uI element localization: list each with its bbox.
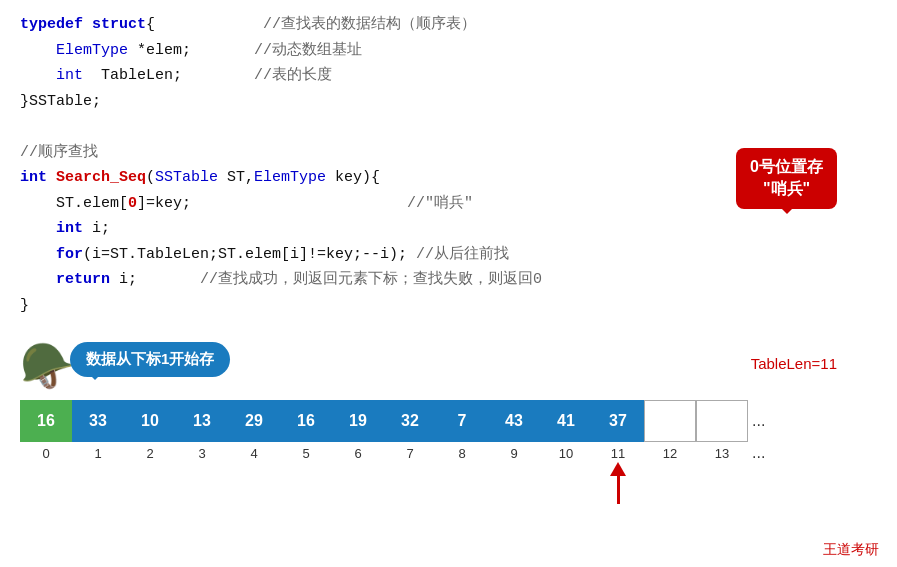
array-cell-5: 16 [280, 400, 332, 442]
watermark: 王道考研 [823, 541, 879, 559]
array-index-4: 4 [228, 446, 280, 461]
arrow-head [610, 462, 626, 476]
array-index-9: 9 [488, 446, 540, 461]
array-index-12: 12 [644, 446, 696, 461]
array-index-10: 10 [540, 446, 592, 461]
array-index-7: 7 [384, 446, 436, 461]
guard-figure: 🪖 [20, 340, 75, 394]
code-line-11: return i; //查找成功，则返回元素下标；查找失败，则返回0 [20, 267, 877, 293]
array-index-11: 11 [592, 446, 644, 461]
code-line-9: int i; [20, 216, 877, 242]
code-line-4: }SSTable; [20, 89, 877, 115]
array-index-5: 5 [280, 446, 332, 461]
code-line-2: ElemType *elem; //动态数组基址 [20, 38, 877, 64]
array-cell-1: 33 [72, 400, 124, 442]
array-cell-6: 19 [332, 400, 384, 442]
arrow-container [20, 462, 644, 504]
code-line-5 [20, 114, 877, 140]
array-cell-3: 13 [176, 400, 228, 442]
index-row: 012345678910111213... [20, 444, 765, 462]
code-line-12: } [20, 293, 877, 319]
array-cell-12 [644, 400, 696, 442]
array-cell-10: 41 [540, 400, 592, 442]
array-index-0: 0 [20, 446, 72, 461]
array-index-3: 3 [176, 446, 228, 461]
array-cell-4: 29 [228, 400, 280, 442]
tooltip-bubble: 0号位置存 "哨兵" [736, 148, 837, 209]
data-bubble: 数据从下标1开始存 [70, 342, 230, 377]
code-line-1: typedef struct{ //查找表的数据结构（顺序表） [20, 12, 877, 38]
code-line-3: int TableLen; //表的长度 [20, 63, 877, 89]
array-cell-8: 7 [436, 400, 488, 442]
array-cell-7: 32 [384, 400, 436, 442]
array-dots: ... [752, 412, 765, 430]
array-index-8: 8 [436, 446, 488, 461]
array-cell-0: 16 [20, 400, 72, 442]
index-dots: ... [752, 444, 765, 462]
array-row: 16331013291619327434137... [20, 400, 765, 442]
tablelen-label: TableLen=11 [751, 355, 837, 372]
array-cell-13 [696, 400, 748, 442]
array-arrow [592, 462, 644, 504]
array-cell-2: 10 [124, 400, 176, 442]
array-cell-9: 43 [488, 400, 540, 442]
array-index-6: 6 [332, 446, 384, 461]
arrow-shaft [617, 476, 620, 504]
array-index-13: 13 [696, 446, 748, 461]
array-index-2: 2 [124, 446, 176, 461]
code-line-10: for(i=ST.TableLen;ST.elem[i]!=key;--i); … [20, 242, 877, 268]
array-index-1: 1 [72, 446, 124, 461]
array-cell-11: 37 [592, 400, 644, 442]
